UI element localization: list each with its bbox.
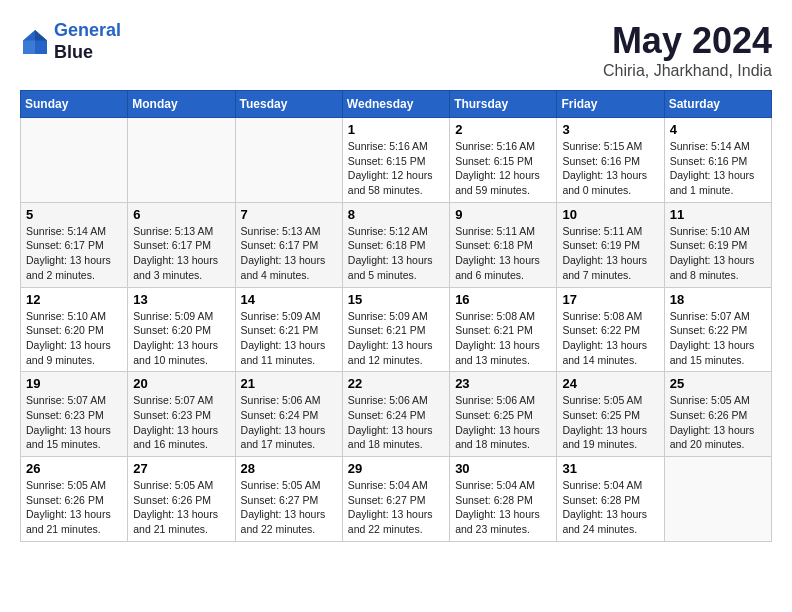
calendar-cell: 27Sunrise: 5:05 AM Sunset: 6:26 PM Dayli… xyxy=(128,457,235,542)
calendar-cell: 11Sunrise: 5:10 AM Sunset: 6:19 PM Dayli… xyxy=(664,202,771,287)
calendar-cell: 1Sunrise: 5:16 AM Sunset: 6:15 PM Daylig… xyxy=(342,118,449,203)
calendar-cell: 2Sunrise: 5:16 AM Sunset: 6:15 PM Daylig… xyxy=(450,118,557,203)
day-info: Sunrise: 5:04 AM Sunset: 6:27 PM Dayligh… xyxy=(348,478,444,537)
calendar-cell: 31Sunrise: 5:04 AM Sunset: 6:28 PM Dayli… xyxy=(557,457,664,542)
logo: GeneralBlue xyxy=(20,20,121,63)
day-number: 5 xyxy=(26,207,122,222)
calendar-cell: 4Sunrise: 5:14 AM Sunset: 6:16 PM Daylig… xyxy=(664,118,771,203)
title-block: May 2024 Chiria, Jharkhand, India xyxy=(603,20,772,80)
weekday-header-cell: Thursday xyxy=(450,91,557,118)
calendar-week-row: 1Sunrise: 5:16 AM Sunset: 6:15 PM Daylig… xyxy=(21,118,772,203)
day-info: Sunrise: 5:10 AM Sunset: 6:20 PM Dayligh… xyxy=(26,309,122,368)
day-info: Sunrise: 5:07 AM Sunset: 6:22 PM Dayligh… xyxy=(670,309,766,368)
day-info: Sunrise: 5:10 AM Sunset: 6:19 PM Dayligh… xyxy=(670,224,766,283)
weekday-header-cell: Wednesday xyxy=(342,91,449,118)
calendar-cell xyxy=(128,118,235,203)
calendar-cell: 24Sunrise: 5:05 AM Sunset: 6:25 PM Dayli… xyxy=(557,372,664,457)
calendar-cell: 22Sunrise: 5:06 AM Sunset: 6:24 PM Dayli… xyxy=(342,372,449,457)
day-info: Sunrise: 5:08 AM Sunset: 6:22 PM Dayligh… xyxy=(562,309,658,368)
calendar-cell: 19Sunrise: 5:07 AM Sunset: 6:23 PM Dayli… xyxy=(21,372,128,457)
day-number: 29 xyxy=(348,461,444,476)
day-info: Sunrise: 5:12 AM Sunset: 6:18 PM Dayligh… xyxy=(348,224,444,283)
calendar-cell: 23Sunrise: 5:06 AM Sunset: 6:25 PM Dayli… xyxy=(450,372,557,457)
day-number: 15 xyxy=(348,292,444,307)
calendar-cell: 3Sunrise: 5:15 AM Sunset: 6:16 PM Daylig… xyxy=(557,118,664,203)
day-info: Sunrise: 5:11 AM Sunset: 6:19 PM Dayligh… xyxy=(562,224,658,283)
day-number: 11 xyxy=(670,207,766,222)
day-info: Sunrise: 5:15 AM Sunset: 6:16 PM Dayligh… xyxy=(562,139,658,198)
calendar-cell: 29Sunrise: 5:04 AM Sunset: 6:27 PM Dayli… xyxy=(342,457,449,542)
day-number: 18 xyxy=(670,292,766,307)
day-info: Sunrise: 5:04 AM Sunset: 6:28 PM Dayligh… xyxy=(455,478,551,537)
svg-marker-2 xyxy=(23,40,35,54)
day-number: 17 xyxy=(562,292,658,307)
calendar-cell: 18Sunrise: 5:07 AM Sunset: 6:22 PM Dayli… xyxy=(664,287,771,372)
calendar-week-row: 19Sunrise: 5:07 AM Sunset: 6:23 PM Dayli… xyxy=(21,372,772,457)
day-number: 30 xyxy=(455,461,551,476)
day-info: Sunrise: 5:11 AM Sunset: 6:18 PM Dayligh… xyxy=(455,224,551,283)
day-info: Sunrise: 5:13 AM Sunset: 6:17 PM Dayligh… xyxy=(241,224,337,283)
day-info: Sunrise: 5:07 AM Sunset: 6:23 PM Dayligh… xyxy=(26,393,122,452)
calendar-cell xyxy=(235,118,342,203)
calendar-cell: 9Sunrise: 5:11 AM Sunset: 6:18 PM Daylig… xyxy=(450,202,557,287)
calendar-week-row: 12Sunrise: 5:10 AM Sunset: 6:20 PM Dayli… xyxy=(21,287,772,372)
weekday-header-cell: Saturday xyxy=(664,91,771,118)
day-number: 28 xyxy=(241,461,337,476)
day-number: 23 xyxy=(455,376,551,391)
calendar-cell: 13Sunrise: 5:09 AM Sunset: 6:20 PM Dayli… xyxy=(128,287,235,372)
logo-icon xyxy=(20,27,50,57)
day-number: 20 xyxy=(133,376,229,391)
calendar-cell: 6Sunrise: 5:13 AM Sunset: 6:17 PM Daylig… xyxy=(128,202,235,287)
calendar-cell: 20Sunrise: 5:07 AM Sunset: 6:23 PM Dayli… xyxy=(128,372,235,457)
day-number: 26 xyxy=(26,461,122,476)
day-info: Sunrise: 5:07 AM Sunset: 6:23 PM Dayligh… xyxy=(133,393,229,452)
day-info: Sunrise: 5:06 AM Sunset: 6:25 PM Dayligh… xyxy=(455,393,551,452)
day-info: Sunrise: 5:05 AM Sunset: 6:26 PM Dayligh… xyxy=(670,393,766,452)
calendar-cell: 15Sunrise: 5:09 AM Sunset: 6:21 PM Dayli… xyxy=(342,287,449,372)
calendar-cell: 30Sunrise: 5:04 AM Sunset: 6:28 PM Dayli… xyxy=(450,457,557,542)
day-info: Sunrise: 5:16 AM Sunset: 6:15 PM Dayligh… xyxy=(455,139,551,198)
day-number: 21 xyxy=(241,376,337,391)
calendar-cell: 21Sunrise: 5:06 AM Sunset: 6:24 PM Dayli… xyxy=(235,372,342,457)
day-number: 16 xyxy=(455,292,551,307)
day-number: 9 xyxy=(455,207,551,222)
day-number: 31 xyxy=(562,461,658,476)
day-info: Sunrise: 5:16 AM Sunset: 6:15 PM Dayligh… xyxy=(348,139,444,198)
day-info: Sunrise: 5:06 AM Sunset: 6:24 PM Dayligh… xyxy=(348,393,444,452)
calendar-cell: 10Sunrise: 5:11 AM Sunset: 6:19 PM Dayli… xyxy=(557,202,664,287)
day-info: Sunrise: 5:09 AM Sunset: 6:20 PM Dayligh… xyxy=(133,309,229,368)
calendar-cell: 28Sunrise: 5:05 AM Sunset: 6:27 PM Dayli… xyxy=(235,457,342,542)
calendar-cell: 14Sunrise: 5:09 AM Sunset: 6:21 PM Dayli… xyxy=(235,287,342,372)
day-info: Sunrise: 5:04 AM Sunset: 6:28 PM Dayligh… xyxy=(562,478,658,537)
day-number: 1 xyxy=(348,122,444,137)
day-number: 3 xyxy=(562,122,658,137)
calendar-cell xyxy=(21,118,128,203)
day-number: 27 xyxy=(133,461,229,476)
weekday-header-cell: Tuesday xyxy=(235,91,342,118)
day-number: 6 xyxy=(133,207,229,222)
day-number: 12 xyxy=(26,292,122,307)
day-number: 25 xyxy=(670,376,766,391)
day-info: Sunrise: 5:05 AM Sunset: 6:26 PM Dayligh… xyxy=(133,478,229,537)
logo-text: GeneralBlue xyxy=(54,20,121,63)
weekday-header-row: SundayMondayTuesdayWednesdayThursdayFrid… xyxy=(21,91,772,118)
calendar-week-row: 26Sunrise: 5:05 AM Sunset: 6:26 PM Dayli… xyxy=(21,457,772,542)
day-info: Sunrise: 5:06 AM Sunset: 6:24 PM Dayligh… xyxy=(241,393,337,452)
calendar-cell: 12Sunrise: 5:10 AM Sunset: 6:20 PM Dayli… xyxy=(21,287,128,372)
day-number: 14 xyxy=(241,292,337,307)
day-number: 8 xyxy=(348,207,444,222)
day-number: 4 xyxy=(670,122,766,137)
calendar-cell: 7Sunrise: 5:13 AM Sunset: 6:17 PM Daylig… xyxy=(235,202,342,287)
main-title: May 2024 xyxy=(603,20,772,62)
day-info: Sunrise: 5:09 AM Sunset: 6:21 PM Dayligh… xyxy=(348,309,444,368)
day-number: 2 xyxy=(455,122,551,137)
weekday-header-cell: Monday xyxy=(128,91,235,118)
calendar-cell: 17Sunrise: 5:08 AM Sunset: 6:22 PM Dayli… xyxy=(557,287,664,372)
day-info: Sunrise: 5:05 AM Sunset: 6:25 PM Dayligh… xyxy=(562,393,658,452)
day-info: Sunrise: 5:13 AM Sunset: 6:17 PM Dayligh… xyxy=(133,224,229,283)
calendar-cell: 25Sunrise: 5:05 AM Sunset: 6:26 PM Dayli… xyxy=(664,372,771,457)
svg-marker-1 xyxy=(35,30,47,41)
day-info: Sunrise: 5:09 AM Sunset: 6:21 PM Dayligh… xyxy=(241,309,337,368)
calendar-body: 1Sunrise: 5:16 AM Sunset: 6:15 PM Daylig… xyxy=(21,118,772,542)
day-info: Sunrise: 5:05 AM Sunset: 6:26 PM Dayligh… xyxy=(26,478,122,537)
